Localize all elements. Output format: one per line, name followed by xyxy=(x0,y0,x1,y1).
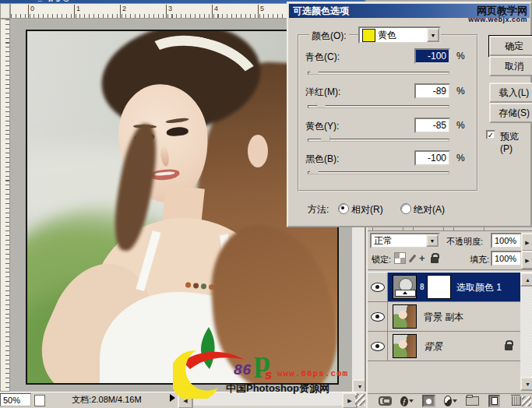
black-value-input[interactable]: -100 xyxy=(414,150,450,166)
fill-input[interactable]: 100% xyxy=(491,251,522,266)
absolute-radio[interactable] xyxy=(400,203,411,214)
blend-mode-select[interactable]: 正常 ▼ xyxy=(370,233,440,248)
chevron-down-icon[interactable]: ▼ xyxy=(427,28,439,42)
save-button[interactable]: 存储(S) xyxy=(489,103,532,123)
layer-name[interactable]: 背景 副本 xyxy=(424,311,463,324)
lock-move-icon[interactable]: + xyxy=(419,254,425,263)
document-size-info: 文档:2.08M/4.16M xyxy=(45,393,168,406)
adjustment-layer-icon[interactable] xyxy=(444,396,452,406)
fill-slider-arrow-icon[interactable]: ▶ xyxy=(521,251,532,269)
relative-label: 相对(R) xyxy=(351,203,383,216)
layer-thumbnail[interactable] xyxy=(393,304,417,329)
layer-name[interactable]: 背景 xyxy=(424,340,442,353)
ruler-number: 1 xyxy=(74,5,80,18)
fill-label: 填充: xyxy=(470,254,489,266)
magenta-label: 洋红(M): xyxy=(305,86,340,99)
preview-checkbox[interactable]: ✓ xyxy=(486,130,495,139)
ruler-number: 4 xyxy=(212,5,218,18)
yellow-slider[interactable] xyxy=(308,139,449,142)
chevron-down-icon[interactable]: ▼ xyxy=(426,234,439,247)
lock-all-icon[interactable] xyxy=(431,257,439,263)
status-page-icon xyxy=(34,395,45,406)
layers-palette: 图层 通道 路径 正常 ▼ 不透明度: 100% ▶ 锁定: + 填充: 100… xyxy=(366,220,532,408)
layers-scroll-down-icon[interactable]: ▼ xyxy=(520,377,532,391)
layer-row-selective-color[interactable]: 8 选取颜色 1 xyxy=(368,273,520,302)
layers-scrollbar[interactable] xyxy=(520,273,532,388)
yellow-label: 黄色(Y): xyxy=(305,120,339,133)
ruler-corner xyxy=(0,3,10,19)
lock-label: 锁定: xyxy=(372,254,391,266)
eye-icon xyxy=(371,312,385,322)
vertical-ruler xyxy=(0,19,10,392)
magenta-value-input[interactable]: -89 xyxy=(414,83,450,99)
ruler-number: 5 xyxy=(258,5,264,18)
absolute-label: 绝对(A) xyxy=(414,203,445,216)
background-lock-icon xyxy=(505,344,513,350)
new-group-icon[interactable] xyxy=(466,396,479,406)
webjx-watermark: 网页教学网 www.webjx.com xyxy=(468,5,527,24)
zoom-level-input[interactable]: 50% xyxy=(0,393,31,406)
selective-color-dialog: 可选颜色选项 网页教学网 www.webjx.com 颜色(O): 黄色 ▼ 青… xyxy=(287,2,532,227)
add-mask-icon[interactable] xyxy=(422,395,435,407)
lock-paint-brush-icon[interactable] xyxy=(408,254,416,262)
document-title: 20080723_...jpg @ 50% xyxy=(3,0,88,2)
black-label: 黑色(B): xyxy=(305,153,339,166)
yellow-swatch-icon xyxy=(362,29,375,42)
delete-layer-icon[interactable] xyxy=(512,396,521,406)
layer-row-background[interactable]: 背景 xyxy=(368,332,520,361)
photoshop-workspace: 20080723_...jpg @ 50% 0 1 2 3 4 5 6 7 xyxy=(0,0,532,408)
layers-scroll-up-icon[interactable]: ▲ xyxy=(520,273,532,287)
relative-radio[interactable] xyxy=(338,203,349,214)
layer-mask-thumbnail[interactable] xyxy=(427,275,451,299)
ruler-number: 3 xyxy=(166,5,172,18)
cyan-slider[interactable] xyxy=(308,72,449,75)
layer-thumbnail[interactable] xyxy=(393,334,417,358)
black-slider[interactable] xyxy=(308,171,449,174)
load-button[interactable]: 载入(L) xyxy=(489,83,532,103)
window-resize-grip[interactable] xyxy=(355,394,365,406)
adjustment-layer-thumbnail[interactable] xyxy=(393,275,417,299)
new-layer-icon[interactable] xyxy=(488,395,500,407)
lock-transparency-icon[interactable] xyxy=(394,252,406,264)
color-select[interactable]: 黄色 ▼ xyxy=(358,26,441,44)
preview-label: 预览(P) xyxy=(500,130,530,154)
palette-resize-grip[interactable] xyxy=(522,396,531,406)
color-label: 颜色(O): xyxy=(309,30,349,43)
link-layers-icon[interactable] xyxy=(379,396,392,406)
eye-icon xyxy=(371,342,385,351)
yellow-value-input[interactable]: -85 xyxy=(414,118,450,133)
eye-icon xyxy=(371,283,385,292)
dialog-title: 可选颜色选项 xyxy=(293,5,349,18)
horizontal-scrollbar[interactable] xyxy=(178,392,354,406)
opacity-input[interactable]: 100% xyxy=(491,233,522,248)
opacity-slider-arrow-icon[interactable]: ▶ xyxy=(521,233,532,251)
cyan-label: 青色(C): xyxy=(305,51,340,64)
layers-toolbar: ƒ xyxy=(368,393,532,408)
layer-mask-link-icon[interactable]: 8 xyxy=(420,283,425,291)
cyan-value-input[interactable]: -100 xyxy=(414,48,450,64)
magenta-slider[interactable] xyxy=(308,105,449,108)
layer-name[interactable]: 选取颜色 1 xyxy=(456,281,502,294)
status-menu-arrow-icon[interactable] xyxy=(170,394,175,402)
cancel-button[interactable]: 取消 xyxy=(489,56,532,76)
visibility-toggle[interactable] xyxy=(368,332,388,361)
visibility-toggle[interactable] xyxy=(368,302,388,331)
layer-style-icon[interactable]: ƒ xyxy=(400,396,408,406)
method-label: 方法: xyxy=(308,203,329,216)
layer-row-background-copy[interactable]: 背景 副本 xyxy=(368,302,520,332)
ruler-number: 0 xyxy=(28,5,34,18)
ruler-number: 2 xyxy=(120,5,126,18)
ok-button[interactable]: 确定 xyxy=(489,36,532,56)
visibility-toggle[interactable] xyxy=(368,273,388,301)
scroll-left-button[interactable]: ◀ xyxy=(178,392,193,408)
opacity-label: 不透明度: xyxy=(446,236,483,248)
